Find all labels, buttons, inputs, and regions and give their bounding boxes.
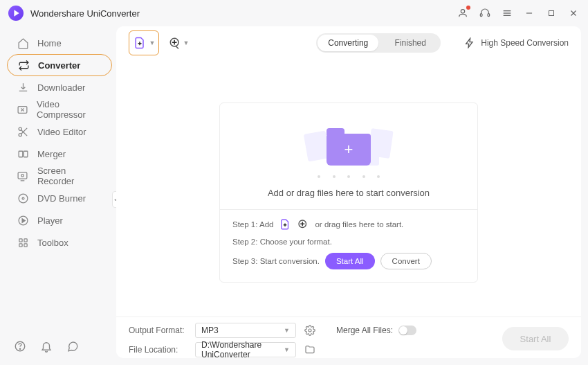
svg-point-18 [21, 174, 24, 177]
menu-icon[interactable] [501, 7, 513, 19]
sidebar-item-toolbox[interactable]: Toolbox [7, 231, 112, 253]
sidebar-item-recorder[interactable]: Screen Recorder [7, 165, 112, 187]
svg-rect-17 [19, 172, 28, 178]
folder-icon: + [327, 134, 371, 166]
svg-point-21 [22, 197, 24, 199]
titlebar-left: Wondershare UniConverter [8, 6, 140, 21]
svg-rect-1 [480, 14, 482, 17]
sidebar-item-merger[interactable]: Merger [7, 143, 112, 165]
output-format-label: Output Format: [129, 326, 188, 335]
sidebar-item-label: Screen Recorder [37, 166, 105, 186]
body: Home Converter Downloader Video Compress… [0, 26, 588, 365]
minimize-button[interactable] [523, 7, 535, 19]
dropzone-text: Add or drag files here to start conversi… [232, 188, 465, 198]
svg-point-31 [309, 329, 311, 332]
help-icon[interactable] [14, 340, 26, 353]
dropzone-illustration: + [232, 120, 465, 179]
step-1-prefix: Step 1: Add [232, 220, 273, 229]
sidebar-item-player[interactable]: Player [7, 209, 112, 231]
chevron-down-icon: ▼ [149, 39, 156, 46]
sidebar-item-label: Player [37, 215, 63, 226]
disc-icon [17, 192, 29, 204]
account-icon[interactable] [457, 7, 469, 19]
merge-label: Merge All Files: [336, 326, 393, 335]
notification-dot [466, 6, 470, 10]
start-all-footer-button[interactable]: Start All [502, 327, 569, 350]
sidebar-item-label: Home [37, 38, 62, 48]
feedback-icon[interactable] [66, 340, 79, 353]
svg-point-12 [19, 133, 21, 136]
toolbar: ▼ ▼ Converting Finished High Speed Conve… [116, 26, 581, 60]
tab-finished[interactable]: Finished [380, 33, 441, 53]
chevron-down-icon: ▼ [284, 346, 290, 353]
sidebar-item-label: Video Editor [37, 127, 86, 137]
sidebar-item-downloader[interactable]: Downloader [7, 76, 112, 98]
dropzone[interactable]: + Add or drag files here to start conver… [219, 103, 478, 283]
record-icon [17, 170, 29, 182]
add-url-button[interactable]: ▼ [166, 30, 191, 55]
sidebar-item-label: Merger [37, 149, 66, 159]
app-title: Wondershare UniConverter [30, 8, 140, 19]
step-2-text: Step 2: Choose your format. [232, 238, 332, 246]
svg-point-11 [19, 127, 21, 130]
svg-point-0 [461, 10, 464, 13]
grid-icon [17, 236, 29, 249]
high-speed-label: High Speed Conversion [481, 38, 569, 48]
output-format-value: MP3 [201, 326, 219, 335]
sidebar: Home Converter Downloader Video Compress… [4, 26, 115, 358]
high-speed-toggle[interactable]: High Speed Conversion [464, 37, 569, 48]
sidebar-item-label: Toolbox [37, 238, 68, 248]
svg-rect-7 [549, 11, 554, 16]
convert-icon [17, 59, 30, 71]
tab-converting[interactable]: Converting [318, 35, 378, 51]
sidebar-item-label: Video Compressor [37, 99, 105, 120]
open-folder-button[interactable] [303, 343, 317, 357]
sidebar-item-home[interactable]: Home [7, 32, 112, 54]
step-2: Step 2: Choose your format. [232, 238, 465, 246]
content: + Add or drag files here to start conver… [116, 60, 581, 317]
output-format-select[interactable]: MP3 ▼ [195, 323, 296, 338]
app-logo [8, 6, 24, 21]
divider [220, 209, 477, 210]
step-1: Step 1: Add or drag files here to start. [232, 218, 465, 231]
file-location-label: File Location: [129, 345, 188, 355]
svg-point-28 [19, 348, 20, 349]
step-3-text: Step 3: Start conversion. [232, 257, 320, 265]
svg-rect-2 [488, 14, 490, 17]
titlebar-right [457, 7, 580, 19]
merge-toggle[interactable] [398, 326, 416, 335]
compress-icon [17, 103, 28, 116]
main-panel: ▼ ▼ Converting Finished High Speed Conve… [116, 26, 581, 358]
file-location-select[interactable]: D:\Wondershare UniConverter ▼ [195, 342, 296, 357]
support-icon[interactable] [479, 7, 491, 19]
convert-button[interactable]: Convert [380, 253, 432, 269]
start-all-button[interactable]: Start All [325, 253, 375, 269]
bell-icon[interactable] [40, 340, 53, 353]
maximize-button[interactable] [545, 7, 558, 19]
add-url-icon[interactable] [297, 218, 309, 231]
step-3: Step 3: Start conversion. Start All Conv… [232, 253, 465, 269]
scissors-icon [17, 125, 29, 138]
home-icon [17, 37, 29, 49]
sidebar-item-label: Downloader [37, 82, 85, 93]
steps: Step 1: Add or drag files here to start.… [232, 218, 465, 269]
footer-row-location: File Location: D:\Wondershare UniConvert… [129, 342, 569, 357]
sidebar-item-compressor[interactable]: Video Compressor [7, 98, 112, 121]
close-button[interactable] [567, 7, 580, 19]
add-file-icon[interactable] [279, 218, 291, 231]
chevron-down-icon: ▼ [183, 39, 190, 46]
download-icon [17, 81, 29, 94]
merge-icon [17, 148, 29, 160]
sidebar-item-editor[interactable]: Video Editor [7, 121, 112, 143]
file-location-value: D:\Wondershare UniConverter [201, 340, 284, 359]
sidebar-item-converter[interactable]: Converter [7, 54, 112, 76]
svg-rect-24 [24, 238, 26, 241]
sidebar-item-dvd[interactable]: DVD Burner [7, 187, 112, 209]
svg-rect-26 [24, 243, 26, 246]
step-1-suffix: or drag files here to start. [315, 220, 403, 229]
add-files-button[interactable]: ▼ [129, 30, 159, 55]
titlebar: Wondershare UniConverter [0, 0, 588, 26]
svg-rect-23 [19, 238, 21, 241]
format-settings-button[interactable] [303, 323, 317, 337]
status-tabs: Converting Finished [316, 33, 441, 53]
